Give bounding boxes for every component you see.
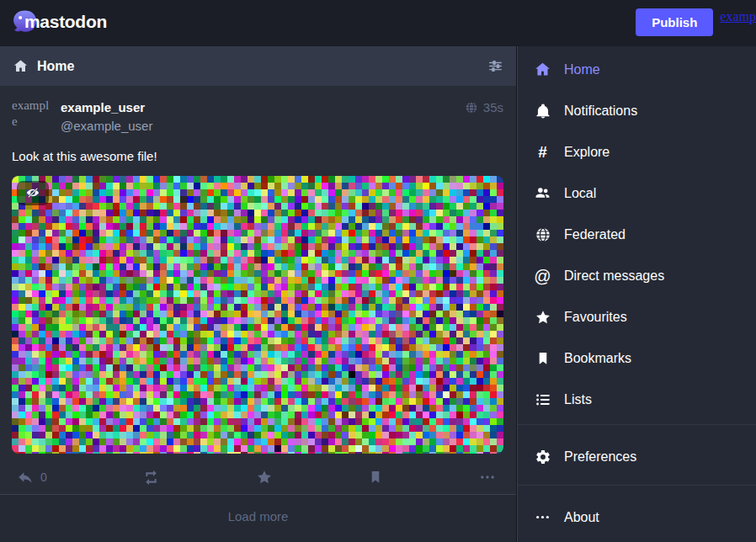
sidebar-item-home[interactable]: Home xyxy=(518,49,756,90)
sidebar-item-label: Lists xyxy=(564,392,592,407)
column-settings-button[interactable] xyxy=(487,58,503,74)
account-link[interactable]: examp xyxy=(720,9,756,24)
sidebar-item-label: About xyxy=(564,510,599,525)
star-icon xyxy=(533,309,552,326)
sliders-icon xyxy=(487,58,503,74)
attachment-image[interactable] xyxy=(12,176,503,454)
status-action-bar: 0 xyxy=(12,461,503,494)
status-names: example_user @example_user xyxy=(61,98,152,137)
eye-slash-icon xyxy=(25,185,40,200)
hide-media-button[interactable] xyxy=(17,181,49,205)
app-root: mastodon Publish examp Home xyxy=(0,0,756,542)
home-icon xyxy=(533,61,552,78)
sidebar-item-notifications[interactable]: Notifications xyxy=(518,90,756,131)
status-content: Look at this awesome file! xyxy=(12,148,503,165)
top-bar: mastodon Publish examp xyxy=(0,0,756,46)
account-handle: @example_user xyxy=(61,119,152,133)
status-header: example example_user @example_user xyxy=(12,98,503,137)
users-icon xyxy=(533,184,552,202)
sidebar-item-local[interactable]: Local xyxy=(518,173,756,214)
sidebar-item-federated[interactable]: Federated xyxy=(518,214,756,255)
column-header[interactable]: Home xyxy=(0,46,516,86)
globe-icon xyxy=(465,101,478,114)
publish-button[interactable]: Publish xyxy=(636,8,713,36)
sidebar-item-bookmarks[interactable]: Bookmarks xyxy=(518,337,756,379)
mastodon-logo[interactable]: mastodon xyxy=(11,4,107,40)
ellipsis-icon xyxy=(533,509,552,525)
hashtag-icon: # xyxy=(533,144,552,160)
reply-icon xyxy=(17,469,34,486)
favourite-button[interactable] xyxy=(256,469,273,486)
home-icon xyxy=(13,58,29,74)
status: example example_user @example_user xyxy=(0,86,516,494)
brand-wordmark: mastodon xyxy=(24,12,107,32)
sidebar-item-about[interactable]: About xyxy=(518,497,756,538)
display-name[interactable]: example_user xyxy=(61,100,152,114)
list-icon xyxy=(533,391,552,408)
sidebar-item-label: Notifications xyxy=(564,104,637,119)
more-button[interactable] xyxy=(479,469,496,486)
sidebar-item-lists[interactable]: Lists xyxy=(518,379,756,420)
boost-button[interactable] xyxy=(142,469,160,486)
sidebar-item-label: Explore xyxy=(564,145,610,160)
sidebar-item-label: Home xyxy=(564,62,600,77)
sidebar-item-favourites[interactable]: Favourites xyxy=(518,296,756,337)
status-time: 35s xyxy=(483,100,503,114)
column-title: Home xyxy=(37,59,74,74)
sidebar-item-label: Direct messages xyxy=(564,268,664,284)
avatar[interactable]: example xyxy=(12,98,51,137)
sidebar-item-preferences[interactable]: Preferences xyxy=(518,436,756,477)
sidebar-item-label: Preferences xyxy=(564,449,636,465)
bookmark-button[interactable] xyxy=(368,470,383,485)
reply-button[interactable]: 0 xyxy=(17,469,47,486)
at-icon: @ xyxy=(533,268,552,284)
main-layout: Home examp xyxy=(0,46,756,542)
sidebar-item-explore[interactable]: # Explore xyxy=(518,131,756,173)
sidebar-item-label: Local xyxy=(564,186,596,201)
sidebar-item-label: Federated xyxy=(564,227,626,242)
navigation-panel: Home Notifications # Explore xyxy=(517,46,756,542)
timeline-column: Home examp xyxy=(0,46,517,542)
status-meta[interactable]: 35s xyxy=(465,100,503,114)
bookmark-icon xyxy=(368,470,383,485)
sidebar-item-label: Favourites xyxy=(564,310,627,325)
gear-icon xyxy=(533,449,552,465)
ellipsis-icon xyxy=(479,469,496,486)
bookmark-icon xyxy=(533,351,552,366)
media-attachment xyxy=(12,176,503,454)
star-icon xyxy=(256,469,273,486)
sidebar-item-direct-messages[interactable]: @ Direct messages xyxy=(518,255,756,296)
sidebar-divider xyxy=(518,485,756,486)
sidebar-item-label: Bookmarks xyxy=(564,351,631,366)
globe-icon xyxy=(533,226,552,243)
reply-count: 0 xyxy=(40,470,47,484)
load-more-button[interactable]: Load more xyxy=(0,494,516,542)
boost-icon xyxy=(142,469,160,486)
sidebar-divider xyxy=(518,424,756,425)
top-bar-actions: Publish examp xyxy=(636,0,756,46)
bell-icon xyxy=(533,103,552,120)
